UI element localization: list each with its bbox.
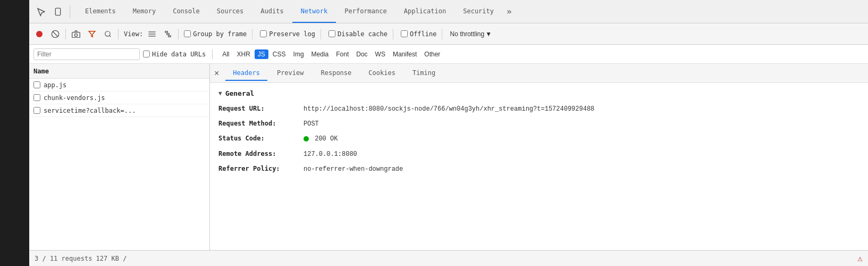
preserve-log-group: Preserve log: [260, 30, 315, 38]
toolbar-bar: View: Group by frame Preserve log Disabl…: [29, 23, 868, 45]
status-dot-green: [304, 136, 309, 142]
detail-tabs: × Headers Preview Response Cookies Timin…: [210, 64, 868, 83]
filter-other[interactable]: Other: [421, 49, 443, 59]
row-checkbox-3[interactable]: [33, 107, 40, 114]
group-by-frame-label[interactable]: Group by frame: [193, 30, 247, 38]
row-checkbox-2[interactable]: [33, 94, 40, 101]
mobile-icon[interactable]: [50, 4, 65, 19]
offline-label[interactable]: Offline: [410, 30, 437, 38]
filter-ws[interactable]: WS: [372, 49, 389, 59]
detail-row-status: Status Code: 200 OK: [218, 134, 859, 144]
toolbar-divider-1: [65, 29, 66, 39]
group-by-frame-group: Group by frame: [184, 30, 247, 38]
record-button[interactable]: [32, 27, 46, 41]
hide-data-urls-group: Hide data URLs: [143, 51, 206, 58]
tab-security[interactable]: Security: [454, 0, 502, 23]
list-item[interactable]: app.js: [29, 79, 209, 92]
hide-data-urls-label[interactable]: Hide data URLs: [152, 51, 206, 58]
detail-value-referrer: no-referrer-when-downgrade: [304, 164, 403, 174]
tab-performance[interactable]: Performance: [336, 0, 395, 23]
offline-group: Offline: [401, 30, 437, 38]
cursor-icon[interactable]: [33, 4, 48, 19]
tab-console[interactable]: Console: [164, 0, 208, 23]
more-tabs-button[interactable]: »: [502, 0, 516, 23]
tab-response[interactable]: Response: [314, 66, 359, 81]
tab-application[interactable]: Application: [395, 0, 454, 23]
camera-button[interactable]: [69, 27, 83, 41]
search-button[interactable]: [101, 27, 115, 41]
filter-media[interactable]: Media: [308, 49, 332, 59]
filter-input[interactable]: [33, 48, 140, 60]
detail-value-remote: 127.0.0.1:8080: [304, 149, 357, 160]
tab-timing[interactable]: Timing: [405, 66, 443, 81]
filter-button[interactable]: [85, 27, 99, 41]
list-item[interactable]: ⠿ chunk-vendors.js: [29, 92, 209, 104]
detail-key-referrer: Referrer Policy:: [218, 164, 304, 174]
detail-row-method: Request Method: POST: [218, 119, 859, 129]
svg-line-4: [53, 31, 57, 36]
offline-checkbox[interactable]: [401, 30, 408, 37]
toolbar-sep-1: [252, 29, 252, 39]
filter-bar: Hide data URLs All XHR JS CSS Img Media …: [29, 45, 868, 64]
toolbar-divider-3: [178, 29, 179, 39]
svg-rect-14: [167, 33, 170, 34]
throttling-dropdown[interactable]: No throttling ▼: [448, 29, 494, 39]
svg-point-2: [36, 31, 43, 37]
warning-icon: ⚠: [857, 253, 863, 263]
detail-key-remote: Remote Address:: [218, 149, 304, 159]
section-arrow: ▼: [218, 90, 222, 97]
tab-audits[interactable]: Audits: [252, 0, 292, 23]
preserve-log-label[interactable]: Preserve log: [269, 30, 315, 38]
tab-preview[interactable]: Preview: [269, 66, 311, 81]
general-section: ▼ General Request URL: http://localhost:…: [210, 83, 868, 185]
filter-font[interactable]: Font: [333, 49, 352, 59]
left-dark-panel: [0, 0, 29, 266]
tree-view-button[interactable]: [161, 27, 175, 41]
clear-button[interactable]: [48, 27, 62, 41]
list-item[interactable]: servicetime?callback=...: [29, 104, 209, 117]
hide-data-urls-checkbox[interactable]: [143, 51, 150, 57]
detail-value-method: POST: [304, 119, 319, 129]
filter-xhr[interactable]: XHR: [234, 49, 254, 59]
tab-sources[interactable]: Sources: [208, 0, 252, 23]
toolbar-sep-3: [393, 29, 393, 39]
bottom-stats: 3 / 11 requests 127 KB /: [35, 255, 127, 262]
detail-value-status: 200 OK: [304, 134, 338, 144]
toolbar-divider-2: [118, 29, 119, 39]
view-label: View:: [124, 30, 143, 38]
detail-row-referrer: Referrer Policy: no-referrer-when-downgr…: [218, 164, 859, 174]
disable-cache-checkbox[interactable]: [328, 30, 335, 37]
disable-cache-label[interactable]: Disable cache: [338, 30, 387, 38]
name-panel-header: Name: [29, 64, 209, 79]
tab-cookies[interactable]: Cookies: [361, 66, 403, 81]
filter-img[interactable]: Img: [290, 49, 307, 59]
svg-point-6: [74, 34, 77, 36]
disable-cache-group: Disable cache: [328, 30, 387, 38]
name-panel: Name app.js ⠿ chunk-vendors.js serviceti…: [29, 64, 210, 250]
filter-js[interactable]: JS: [255, 49, 268, 59]
filter-manifest[interactable]: Manifest: [390, 49, 420, 59]
svg-line-9: [109, 35, 111, 37]
toolbar-sep-2: [321, 29, 321, 39]
tabs-bar: Elements Memory Console Sources Audits N…: [29, 0, 868, 23]
row-checkbox-1[interactable]: [33, 81, 40, 88]
filter-doc[interactable]: Doc: [353, 49, 370, 59]
filter-css[interactable]: CSS: [269, 49, 289, 59]
svg-rect-0: [55, 8, 60, 15]
throttling-arrow: ▼: [485, 30, 492, 38]
list-view-button[interactable]: [145, 27, 159, 41]
detail-row-url: Request URL: http://localhost:8080/sockj…: [218, 104, 859, 114]
preserve-log-checkbox[interactable]: [260, 30, 267, 37]
tab-headers[interactable]: Headers: [225, 66, 267, 81]
detail-value-url[interactable]: http://localhost:8080/sockjs-node/766/wn…: [304, 104, 594, 114]
detail-close-button[interactable]: ×: [214, 69, 219, 78]
tab-network[interactable]: Network: [292, 0, 336, 23]
filter-all[interactable]: All: [219, 49, 232, 59]
tab-elements[interactable]: Elements: [77, 0, 124, 23]
toolbar-sep-4: [442, 29, 442, 39]
tab-divider: [70, 5, 70, 18]
tab-memory[interactable]: Memory: [124, 0, 164, 23]
filter-sep: [212, 49, 213, 59]
svg-marker-7: [89, 31, 95, 37]
group-by-frame-checkbox[interactable]: [184, 30, 191, 37]
